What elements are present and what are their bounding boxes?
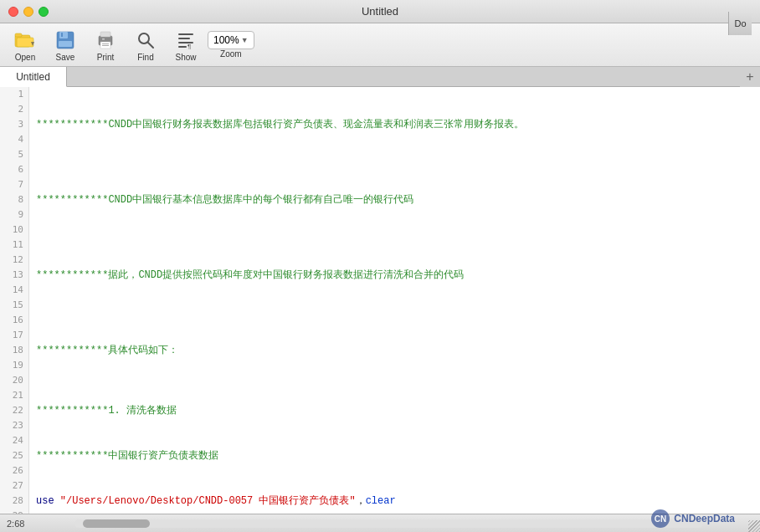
code-line	[36, 132, 753, 147]
code-line	[36, 418, 753, 433]
save-toolbar-item[interactable]: Save	[47, 25, 84, 65]
code-line: ************据此，CNDD提供按照代码和年度对中国银行财务报表数据进…	[36, 268, 753, 283]
code-line: ************中国银行资产负债表数据	[36, 448, 753, 463]
line-number: 23	[0, 418, 28, 433]
code-line	[36, 207, 753, 223]
line-number: 1	[0, 87, 28, 102]
line-number: 6	[0, 162, 28, 177]
code-line	[36, 238, 753, 253]
svg-rect-13	[102, 45, 109, 46]
tab-label: Untitled	[16, 71, 50, 83]
horizontal-scrollbar[interactable]	[74, 519, 703, 528]
svg-rect-5	[59, 32, 68, 38]
code-line	[36, 328, 753, 343]
watermark: CN CNDeepData	[650, 509, 735, 529]
code-line	[36, 162, 753, 177]
find-icon	[134, 28, 157, 52]
svg-rect-9	[100, 32, 110, 37]
line-number: 16	[0, 313, 28, 328]
svg-rect-17	[178, 38, 190, 39]
line-number: 28	[0, 494, 28, 509]
watermark-text: CNDeepData	[674, 513, 735, 524]
line-number: 14	[0, 283, 28, 298]
svg-rect-1	[15, 33, 22, 37]
resize-corner[interactable]	[748, 520, 760, 532]
code-line	[36, 358, 753, 373]
line-number: 11	[0, 238, 28, 253]
svg-rect-6	[61, 33, 63, 37]
line-number: 20	[0, 373, 28, 388]
find-toolbar-item[interactable]: Find	[127, 25, 164, 65]
zoom-toolbar-item[interactable]: 100% ▼ Zoom	[208, 31, 254, 59]
editor-content[interactable]: ************CNDD中国银行财务报表数据库包括银行资产负债表、现金流…	[29, 87, 760, 514]
show-label: Show	[175, 53, 196, 62]
line-number: 24	[0, 433, 28, 448]
minimize-button[interactable]	[23, 7, 33, 17]
add-tab-button[interactable]: +	[740, 67, 760, 87]
line-number: 4	[0, 132, 28, 147]
code-line: ************1. 清洗各数据	[36, 403, 753, 418]
window-title: Untitled	[362, 5, 398, 18]
print-icon	[94, 28, 117, 52]
open-icon	[13, 28, 37, 52]
tab-bar: Untitled +	[0, 67, 760, 87]
cursor-position: 2:68	[7, 519, 24, 529]
print-toolbar-item[interactable]: Print	[87, 25, 124, 65]
code-line	[36, 388, 753, 403]
open-toolbar-item[interactable]: Open	[7, 25, 44, 65]
line-number: 22	[0, 403, 28, 418]
line-number: 8	[0, 192, 28, 207]
line-number: 25	[0, 448, 28, 463]
title-bar: Untitled Do	[0, 0, 760, 23]
code-line	[36, 373, 753, 388]
svg-rect-2	[17, 38, 33, 47]
window-controls[interactable]	[8, 7, 49, 17]
close-button[interactable]	[8, 7, 18, 17]
code-line	[36, 463, 753, 478]
status-bar: 2:68 CN CNDeepData	[0, 514, 760, 532]
line-number: 12	[0, 253, 28, 268]
toolbar: Open Save Print	[0, 23, 760, 67]
line-number: 26	[0, 463, 28, 478]
svg-text:CN: CN	[655, 514, 666, 524]
code-line	[36, 102, 753, 117]
line-number: 2	[0, 102, 28, 117]
line-number: 21	[0, 388, 28, 403]
zoom-control[interactable]: 100% ▼	[208, 31, 254, 49]
watermark-logo-icon: CN	[650, 509, 670, 529]
do-button[interactable]: Do	[728, 12, 752, 35]
code-line	[36, 298, 753, 313]
zoom-chevron: ▼	[241, 36, 249, 44]
open-label: Open	[15, 53, 35, 62]
code-line	[36, 253, 753, 268]
svg-rect-11	[102, 38, 105, 40]
print-label: Print	[97, 53, 115, 62]
code-line	[36, 313, 753, 328]
svg-text:¶: ¶	[187, 43, 191, 50]
line-number: 17	[0, 328, 28, 343]
line-number: 10	[0, 223, 28, 238]
code-line: ************CNDD中国银行财务报表数据库包括银行资产负债表、现金流…	[36, 117, 753, 132]
code-line	[36, 87, 753, 102]
line-number: 27	[0, 478, 28, 494]
code-line: ************具体代码如下：	[36, 343, 753, 358]
svg-point-14	[139, 33, 149, 43]
code-line: use "/Users/Lenovo/Desktop/CNDD-0057 中国银…	[36, 494, 753, 509]
code-line	[36, 478, 753, 494]
svg-rect-16	[178, 33, 193, 35]
svg-rect-12	[102, 43, 109, 44]
svg-rect-19	[178, 46, 187, 48]
code-line	[36, 223, 753, 238]
scrollbar-thumb[interactable]	[83, 519, 150, 528]
code-line	[36, 283, 753, 298]
line-number: 9	[0, 207, 28, 223]
code-line	[36, 147, 753, 162]
maximize-button[interactable]	[39, 7, 49, 17]
line-number: 19	[0, 358, 28, 373]
line-number: 3	[0, 117, 28, 132]
svg-line-15	[148, 43, 153, 48]
show-toolbar-item[interactable]: ¶ Show	[167, 25, 204, 65]
svg-rect-7	[59, 41, 72, 47]
save-label: Save	[56, 53, 75, 62]
tab-untitled[interactable]: Untitled	[0, 67, 67, 87]
